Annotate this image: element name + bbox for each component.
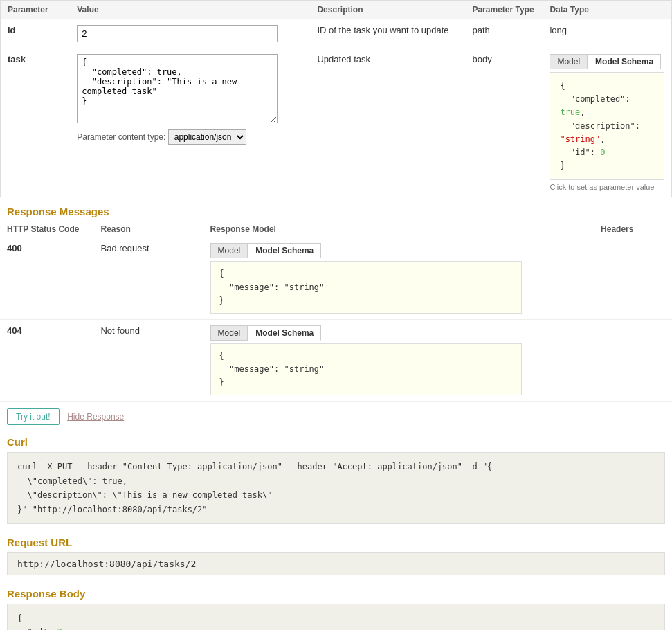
response-body-section: Response Body { "id": 2, "description": … [0,584,672,630]
resp-col-status: HTTP Status Code [0,222,93,237]
response-body-box: { "id": 2, "description": "This is a new… [7,604,665,630]
task-schema-box: { "completed": true, "description": "str… [550,72,664,180]
resp-model-404-container: Model Model Schema { "message": "string"… [210,325,588,396]
content-type-select[interactable]: application/json [168,129,246,145]
button-row: Try it out! Hide Response [0,402,672,432]
param-type-task: body [472,54,491,64]
col-header-value: Value [70,1,310,19]
request-url-value: http://localhost:8080/api/tasks/2 [7,552,665,575]
response-messages-title: Response Messages [0,197,672,222]
resp-col-headers: Headers [594,222,672,237]
status-code-400: 400 [7,243,22,253]
param-row-task: task { "completed": true, "description":… [1,48,672,197]
param-value-task-textarea[interactable]: { "completed": true, "description": "Thi… [77,54,278,123]
model-schema-container: Model Model Schema { "completed": true, … [550,54,664,191]
resp-row-400: 400 Bad request Model Model Schema { "me… [0,237,672,320]
content-type-label: Parameter content type: [77,132,165,142]
resp-col-reason: Reason [93,222,203,237]
param-row-id: id ID of the task you want to update pat… [1,19,672,48]
curl-title: Curl [7,436,665,448]
model-schema-tab-button[interactable]: Model Schema [588,54,661,69]
param-name-id: id [8,25,16,35]
reason-404: Not found [100,325,139,336]
response-messages-table: HTTP Status Code Reason Response Model H… [0,222,672,402]
request-url-title: Request URL [7,537,665,548]
request-url-section: Request URL http://localhost:8080/api/ta… [0,532,672,584]
resp-model-tab-404[interactable]: Model [210,325,248,341]
hide-response-button[interactable]: Hide Response [67,412,124,422]
reason-400: Bad request [100,243,149,253]
resp-model-tab-400[interactable]: Model [210,243,248,258]
col-header-description: Description [310,1,465,19]
param-dtype-id: long [550,25,567,35]
curl-section: Curl curl -X PUT --header "Content-Type:… [0,432,672,532]
param-value-id-input[interactable] [77,25,278,42]
col-header-data-type: Data Type [543,1,671,19]
param-name-task: task [8,54,26,64]
response-body-title: Response Body [7,588,665,600]
col-header-parameter: Parameter [1,1,71,19]
resp-model-schema-tab-400[interactable]: Model Schema [248,243,321,258]
param-type-id: path [472,25,489,35]
resp-row-404: 404 Not found Model Model Schema { "mess… [0,319,672,402]
resp-schema-box-404: { "message": "string" } [210,343,522,396]
status-code-404: 404 [7,325,22,336]
resp-model-schema-tab-404[interactable]: Model Schema [248,325,321,341]
resp-schema-box-400: { "message": "string" } [210,261,522,314]
click-hint: Click to set as parameter value [550,183,664,191]
params-table: Parameter Value Description Parameter Ty… [0,0,672,197]
resp-col-model: Response Model [203,222,594,237]
curl-code-box: curl -X PUT --header "Content-Type: appl… [7,452,665,524]
resp-model-400-container: Model Model Schema { "message": "string"… [210,243,588,314]
model-tab-button[interactable]: Model [550,54,588,69]
param-desc-id: ID of the task you want to update [317,25,448,35]
try-it-out-button[interactable]: Try it out! [7,408,60,425]
col-header-param-type: Parameter Type [465,1,543,19]
param-desc-task: Updated task [317,54,370,64]
